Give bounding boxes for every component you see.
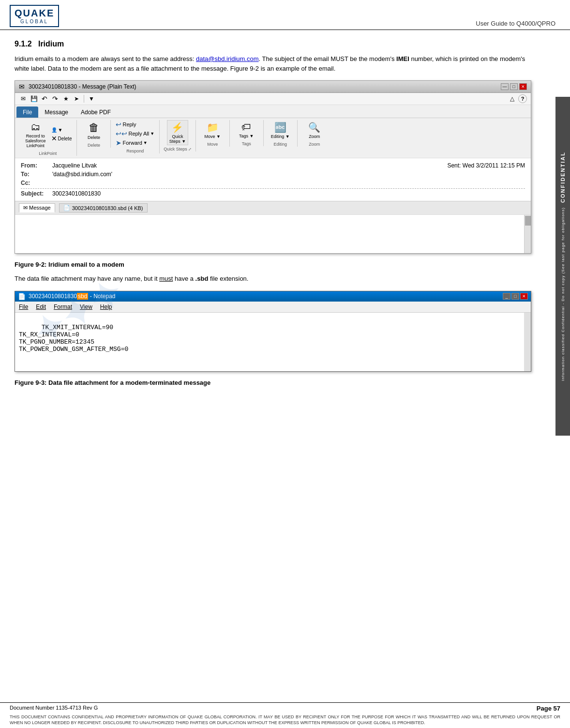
help-toolbar-icon[interactable]: ? [518, 94, 527, 103]
close-button[interactable]: ✕ [519, 83, 527, 90]
sbd-extension: .sbd [195, 275, 209, 282]
editing-button[interactable]: 🔤 Editing ▼ [269, 120, 292, 140]
attachment-icon: 📄 [63, 205, 70, 211]
reply-button[interactable]: ↩ Reply [115, 120, 155, 129]
quick-steps-buttons: ⚡ QuickSteps ▼ [167, 120, 188, 145]
email-scrollbar[interactable] [524, 215, 531, 253]
to-label: To: [21, 171, 47, 178]
message-tab[interactable]: ✉ Message [19, 203, 55, 212]
quick-steps-expand-icon[interactable]: ⤢ [188, 147, 192, 152]
undo-toolbar-icon[interactable]: ↶ [40, 94, 49, 103]
figure-2-caption: Figure 9-2: Iridium email to a modem [15, 261, 531, 268]
main-content: 9.1.2 Iridium Iridium emails to a modem … [0, 32, 555, 402]
email-to-row: To: 'data@sbd.iridium.com' [21, 170, 525, 179]
from-label: From: [21, 162, 47, 169]
move-label: Move [207, 142, 218, 147]
ribbon-group-zoom: 🔍 Zoom Zoom [298, 120, 331, 147]
notepad-restore[interactable]: □ [511, 293, 519, 300]
editing-icon: 🔤 [274, 121, 286, 133]
delete-label: Delete [88, 143, 100, 148]
body-paragraph-2: The data file attachment may have any na… [15, 274, 531, 284]
linkpoint-label: LinkPoint [39, 151, 57, 156]
send-toolbar-icon[interactable]: ➤ [72, 94, 81, 103]
menu-file[interactable]: File [17, 303, 30, 311]
notepad-menu: File Edit Format View Help [15, 302, 531, 313]
notepad-close[interactable]: ✕ [520, 293, 528, 300]
ribbon-tabs: File Message Adobe PDF [15, 105, 531, 118]
outlook-controls[interactable]: — □ ✕ [501, 83, 527, 90]
redo-toolbar-icon[interactable]: ↷ [51, 94, 60, 103]
move-button[interactable]: 📁 Move ▼ [202, 120, 223, 140]
zoom-button[interactable]: 🔍 Zoom [305, 120, 324, 140]
outlook-title-text: 300234010801830 - Message (Plain Text) [29, 83, 136, 90]
tags-button[interactable]: 🏷 Tags ▼ [237, 120, 256, 140]
ribbon-group-delete: 🗑 Delete Delete [77, 120, 111, 148]
delete-button[interactable]: 🗑 Delete [84, 120, 104, 141]
people-button[interactable]: 👤 ▼ [50, 127, 73, 133]
outlook-titlebar: ✉ 300234010801830 - Message (Plain Text)… [15, 81, 531, 93]
menu-view[interactable]: View [78, 303, 94, 311]
email-link[interactable]: data@sbd.iridium.com [196, 55, 259, 62]
logo-global: GLOBAL [15, 19, 54, 24]
ribbon-group-move: 📁 Move ▼ Move [196, 120, 230, 147]
notepad-controls[interactable]: _ □ ✕ [503, 293, 528, 300]
record-salesforce-button[interactable]: 🗂 Record toSalesforceLinkPoint [23, 120, 48, 150]
quick-steps-icon: ⚡ [171, 121, 183, 133]
page-title: User Guide to Q4000/QPRO [476, 20, 555, 27]
tab-adobe-pdf[interactable]: Adobe PDF [75, 106, 117, 118]
down-toolbar-icon[interactable]: ▼ [87, 94, 96, 103]
email-body [15, 214, 531, 253]
email-attachments-bar: ✉ Message 📄 300234010801830.sbd (4 KB) [15, 201, 531, 214]
menu-help[interactable]: Help [98, 303, 114, 311]
tab-message[interactable]: Message [38, 106, 75, 118]
star-toolbar-icon[interactable]: ★ [61, 94, 70, 103]
message-tab-label: Message [29, 205, 51, 211]
notepad-minimize[interactable]: _ [503, 293, 510, 300]
info-text: Information classified Confidential - Do… [561, 207, 565, 381]
email-header-section: From: Jacqueline Litvak Sent: Wed 3/2/20… [15, 158, 531, 201]
email-toolbar-icon[interactable]: ✉ [19, 94, 28, 103]
notepad-highlight: sbd [77, 293, 88, 300]
logo-quake: QUAKE [15, 8, 54, 19]
notepad-title: 300234010801830sbd - Notepad [29, 293, 116, 300]
logo: QUAKE GLOBAL [10, 5, 68, 27]
delete-small-button[interactable]: ✕ Delete [50, 134, 73, 143]
reply-all-icon: ↩↩ [116, 130, 127, 137]
forward-button[interactable]: ➤ Forward ▼ [115, 138, 155, 147]
attachment-file[interactable]: 📄 300234010801830.sbd (4 KB) [59, 203, 148, 212]
delete-large-icon: 🗑 [89, 121, 99, 134]
restore-button[interactable]: □ [510, 83, 518, 90]
email-from-row: From: Jacqueline Litvak Sent: Wed 3/2/20… [21, 161, 525, 170]
expand-toolbar-icon[interactable]: △ [508, 94, 516, 103]
imei-bold: IMEI [396, 55, 409, 62]
zoom-label: Zoom [309, 142, 320, 147]
tags-label: Tags [242, 141, 251, 146]
message-tab-icon: ✉ [23, 205, 28, 211]
respond-label: Respond [126, 149, 144, 153]
section-number: 9.1.2 [15, 40, 32, 48]
notepad-window: 📄 300234010801830sbd - Notepad _ □ ✕ Fil… [15, 291, 531, 372]
menu-edit[interactable]: Edit [34, 303, 48, 311]
minimize-button[interactable]: — [501, 83, 509, 90]
sidebar-confidential: CONFIDENTIAL Information classified Conf… [555, 97, 570, 436]
tab-file[interactable]: File [16, 106, 38, 118]
notepad-scrollbar[interactable] [524, 313, 531, 371]
reply-all-button[interactable]: ↩↩ Reply All ▼ [115, 129, 155, 138]
from-value: Jacqueline Litvak [52, 162, 97, 169]
email-subject-row: Subject: 300234010801830 [21, 188, 525, 198]
ribbon-group-linkpoint: 🗂 Record toSalesforceLinkPoint 👤 ▼ ✕ Del… [19, 120, 77, 156]
to-value: 'data@sbd.iridium.com' [52, 171, 112, 178]
menu-format[interactable]: Format [52, 303, 74, 311]
notepad-titlebar: 📄 300234010801830sbd - Notepad _ □ ✕ [15, 291, 531, 302]
attachment-label: 300234010801830.sbd (4 KB) [72, 205, 143, 211]
save-toolbar-icon[interactable]: 💾 [30, 94, 38, 103]
quick-steps-button[interactable]: ⚡ QuickSteps ▼ [167, 120, 188, 145]
notepad-icon: 📄 [18, 293, 26, 300]
notepad-content: TK_XMIT_INTERVAL=90 TK_RX_INTERVAL=0 TK_… [19, 324, 128, 353]
section-heading: 9.1.2 Iridium [15, 40, 531, 48]
subject-label: Subject: [21, 190, 47, 197]
editing-label: Editing [273, 142, 287, 147]
section-title: Iridium [38, 40, 64, 48]
toolbar-sep1 [84, 95, 84, 103]
delete-buttons: 🗑 Delete [84, 120, 104, 141]
